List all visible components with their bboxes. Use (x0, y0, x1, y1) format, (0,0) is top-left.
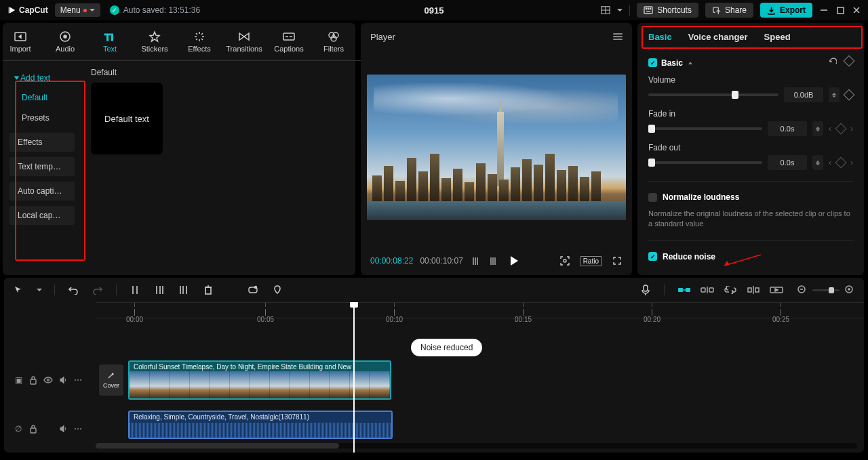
ribbon-filters[interactable]: Filters (320, 30, 347, 53)
player-controls: 00:00:08:22 00:00:10:07 Ratio (361, 247, 632, 275)
sidebar-cat-effects[interactable]: Effects (9, 133, 75, 152)
pointer-tool[interactable] (12, 284, 24, 296)
freeze-tool[interactable] (247, 284, 259, 296)
toast-noise-reduced: Noise reduced (411, 339, 482, 356)
normalize-desc: Normalize the original loudness of the s… (648, 209, 853, 230)
lock-icon[interactable] (28, 375, 38, 385)
redo-button[interactable] (92, 284, 104, 296)
next-frame-icon[interactable] (488, 255, 498, 266)
ribbon-audio[interactable]: Audio (52, 30, 79, 53)
video-clip[interactable]: Colorful Sunset Timelapse, Day to Night,… (128, 360, 391, 400)
sidebar-item-default[interactable]: Default (9, 88, 81, 107)
snap-toggle[interactable] (677, 285, 692, 295)
menu-button[interactable]: Menu (55, 3, 100, 17)
fadeout-slider[interactable] (648, 161, 762, 164)
timecode-current: 00:00:08:22 (370, 256, 413, 266)
ribbon-stickers[interactable]: Stickers (141, 30, 168, 53)
ratio-button[interactable]: Ratio (580, 256, 602, 266)
lock-icon[interactable] (28, 424, 38, 434)
keyframe-icon[interactable] (835, 157, 847, 169)
ribbon-effects[interactable]: Effects (186, 30, 213, 53)
svg-rect-43 (709, 288, 713, 292)
sidebar-cat-auto-captions[interactable]: Auto captio... (9, 182, 75, 201)
fadeout-value[interactable]: 0.0s (768, 155, 807, 170)
align-toggle[interactable] (746, 285, 761, 295)
sidebar-cat-local-captions[interactable]: Local capti... (9, 206, 75, 225)
tab-basic[interactable]: Basic (648, 32, 672, 42)
tab-voice-changer[interactable]: Voice changer (688, 32, 748, 42)
sidebar-cat-text-template[interactable]: Text template (9, 157, 75, 176)
volume-stepper[interactable] (829, 87, 840, 102)
inspector-tabs: Basic Voice changer Speed (637, 23, 864, 50)
timeline-body[interactable]: |00:00 |00:05 |00:10 |00:15 |00:20 |00:2… (4, 302, 864, 453)
audio-track-header: ∅ ⋯ (4, 409, 96, 448)
undo-icon[interactable] (827, 57, 837, 68)
export-button[interactable]: Export (760, 3, 812, 18)
delete-tool[interactable] (202, 284, 214, 296)
timeline-ruler[interactable]: |00:00 |00:05 |00:10 |00:15 |00:20 |00:2… (96, 302, 864, 318)
svg-rect-33 (205, 287, 211, 294)
more-icon[interactable]: ⋯ (73, 375, 83, 385)
trim-left-tool[interactable] (153, 284, 165, 296)
chevron-down-icon[interactable] (37, 289, 42, 291)
fadeout-stepper[interactable] (812, 155, 823, 170)
play-button[interactable] (511, 256, 518, 266)
marker-tool[interactable] (271, 284, 283, 296)
mute-icon[interactable] (58, 424, 68, 434)
default-text-card[interactable]: Default text (91, 83, 163, 154)
playhead[interactable] (353, 302, 355, 453)
close-button[interactable] (852, 5, 861, 15)
ribbon-transitions[interactable]: Transitions (231, 30, 258, 53)
chain-toggle[interactable] (723, 285, 738, 295)
reduce-noise[interactable]: ✓ Reduce noise (648, 252, 853, 262)
zoom-fit-icon[interactable] (559, 255, 570, 266)
more-icon[interactable]: ⋯ (73, 424, 83, 434)
player-menu-icon[interactable] (613, 33, 623, 40)
timeline-scrollbar[interactable] (96, 443, 857, 448)
prev-frame-icon[interactable] (470, 255, 481, 266)
keyframe-icon[interactable] (835, 123, 847, 135)
zoom-out-button[interactable] (796, 284, 808, 296)
shortcuts-button[interactable]: Shortcuts (637, 3, 698, 18)
split-tool[interactable] (129, 284, 141, 296)
fadein-slider[interactable] (648, 127, 762, 130)
trim-right-tool[interactable] (178, 284, 190, 296)
fadein-stepper[interactable] (812, 121, 823, 136)
share-button[interactable]: Share (705, 3, 753, 18)
minimize-button[interactable] (819, 5, 829, 15)
svg-rect-17 (283, 33, 294, 40)
zoom-slider[interactable] (812, 289, 840, 291)
project-title: 0915 (425, 5, 444, 16)
track-type-icon[interactable]: ▣ (14, 375, 23, 385)
chevron-down-icon (90, 9, 95, 12)
eye-icon[interactable] (43, 375, 53, 385)
mute-icon[interactable] (58, 375, 68, 385)
sidebar-group-add-text[interactable]: Add text (9, 69, 81, 87)
mic-icon[interactable] (639, 284, 652, 296)
ribbon-text[interactable]: TIText (96, 30, 123, 53)
check-icon: ✓ (648, 58, 657, 67)
section-basic[interactable]: ✓ Basic (648, 57, 853, 68)
link-toggle[interactable] (700, 285, 715, 295)
svg-point-6 (650, 8, 651, 9)
tab-speed[interactable]: Speed (764, 32, 791, 42)
keyframe-icon[interactable] (844, 56, 855, 67)
ribbon-import[interactable]: Import (7, 30, 34, 53)
chevron-down-icon[interactable] (617, 9, 623, 12)
preview-toggle[interactable] (769, 285, 784, 295)
ribbon-captions[interactable]: Captions (275, 30, 302, 53)
sidebar-item-presets[interactable]: Presets (9, 108, 81, 127)
fullscreen-icon[interactable] (612, 255, 623, 266)
undo-button[interactable] (67, 284, 79, 296)
volume-value[interactable]: 0.0dB (784, 87, 823, 102)
zoom-in-button[interactable] (844, 284, 856, 296)
maximize-button[interactable] (835, 5, 845, 15)
cover-button[interactable]: Cover (99, 364, 123, 396)
normalize-loudness[interactable]: Normalize loudness (648, 192, 853, 202)
track-type-icon[interactable]: ∅ (14, 424, 23, 434)
fadein-value[interactable]: 0.0s (768, 121, 807, 136)
player-viewport[interactable] (361, 50, 632, 247)
volume-slider[interactable] (648, 93, 778, 96)
layout-icon[interactable] (601, 5, 610, 15)
keyframe-icon[interactable] (844, 89, 855, 101)
